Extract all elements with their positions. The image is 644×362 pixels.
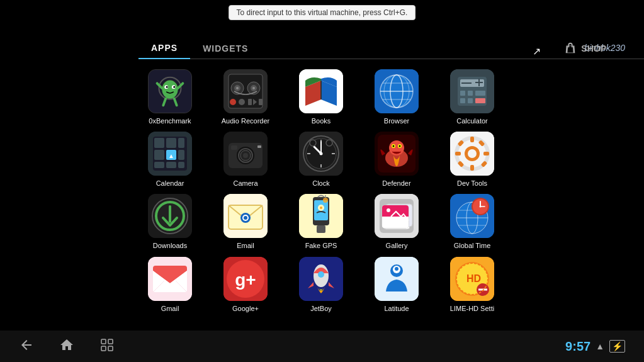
app-icon-calculator	[450, 69, 494, 113]
app-icon-0xbenchmark	[148, 69, 192, 113]
back-button[interactable]	[19, 337, 34, 356]
defender-svg	[375, 132, 419, 176]
app-label-fakegps: Fake GPS	[305, 242, 337, 250]
svg-rect-91	[470, 137, 474, 142]
app-item-gallery[interactable]: Gallery	[365, 194, 428, 250]
svg-point-141	[480, 206, 482, 208]
app-label-jetboy: JetBoy	[310, 305, 332, 313]
app-label-calculator: Calculator	[456, 117, 488, 125]
app-item-gmail[interactable]: Gmail	[138, 257, 201, 313]
email-svg	[223, 194, 268, 238]
svg-rect-93	[455, 152, 461, 156]
app-item-audio-recorder[interactable]: Audio Recorder	[214, 69, 277, 125]
books-svg	[299, 69, 343, 113]
svg-rect-94	[483, 152, 489, 156]
app-label-email: Email	[237, 242, 254, 250]
svg-point-78	[310, 140, 316, 146]
app-item-defender[interactable]: Defender	[365, 132, 428, 188]
app-item-email[interactable]: Email	[214, 194, 277, 250]
app-item-calendar[interactable]: ▲ Calendar	[138, 132, 201, 188]
svg-point-16	[236, 87, 239, 89]
svg-point-116	[320, 206, 322, 209]
svg-point-3	[162, 81, 178, 99]
calendar-svg: ▲	[148, 132, 192, 176]
svg-rect-162	[108, 339, 113, 344]
svg-point-20	[230, 99, 236, 105]
app-item-fakegps[interactable]: Fake GPS	[290, 194, 353, 250]
app-icon-browser	[375, 69, 419, 113]
svg-rect-42	[468, 91, 473, 96]
0xbenchmark-svg	[149, 70, 191, 113]
app-item-camera[interactable]: Camera	[214, 132, 277, 188]
svg-rect-163	[101, 346, 106, 351]
app-icon-books	[299, 69, 343, 113]
shop-label: SHOP	[581, 43, 606, 54]
svg-rect-55	[154, 162, 164, 168]
app-label-devtools: Dev Tools	[457, 179, 487, 188]
audio-recorder-svg	[223, 69, 268, 113]
svg-rect-45	[468, 98, 473, 103]
svg-rect-56	[166, 162, 176, 168]
app-label-gallery: Gallery	[386, 242, 408, 250]
svg-point-87	[399, 145, 401, 147]
app-grid: 0xBenchmark	[138, 63, 631, 319]
svg-rect-65	[231, 145, 237, 150]
svg-text:HD: HD	[466, 273, 481, 284]
app-item-latitude[interactable]: Latitude	[365, 257, 428, 313]
nav-left	[19, 337, 115, 356]
svg-rect-24	[259, 99, 263, 105]
nav-bar: 9:57 ▲ ⚡	[0, 331, 644, 362]
tooltip-text: To direct input to this virtual machine,…	[237, 8, 408, 17]
app-item-calculator[interactable]: Calculator	[441, 69, 504, 125]
svg-point-86	[393, 145, 395, 147]
app-label-gmail: Gmail	[161, 305, 179, 313]
home-button[interactable]	[59, 337, 74, 356]
app-icon-globaltime	[450, 194, 494, 238]
app-item-0xbenchmark[interactable]: 0xBenchmark	[138, 69, 201, 125]
app-item-clock[interactable]: Clock	[290, 132, 353, 188]
app-icon-jetboy	[299, 257, 343, 301]
app-icon-fakegps	[299, 194, 343, 238]
app-label-defender: Defender	[382, 179, 410, 188]
app-item-books[interactable]: Books	[290, 69, 353, 125]
googleplus-svg: g+	[223, 257, 268, 301]
battery-icon: ⚡	[609, 340, 625, 353]
app-icon-gallery	[375, 194, 419, 238]
svg-point-118	[323, 198, 328, 203]
svg-point-21	[239, 99, 245, 105]
app-label-clock: Clock	[312, 179, 330, 188]
app-icon-clock	[299, 132, 343, 176]
app-icon-devtools	[450, 132, 494, 176]
svg-point-64	[243, 153, 248, 158]
tab-widgets[interactable]: WIDGETS	[190, 38, 261, 59]
app-item-devtools[interactable]: Dev Tools	[441, 132, 504, 188]
app-item-jetboy[interactable]: JetBoy	[290, 257, 353, 313]
svg-rect-49	[154, 138, 164, 148]
svg-point-149	[318, 271, 324, 278]
app-item-limehd[interactable]: HD LIME-HD Setti	[441, 257, 504, 313]
calculator-svg	[450, 69, 494, 113]
app-item-globaltime[interactable]: Global Time	[441, 194, 504, 250]
tab-apps[interactable]: APPS	[138, 38, 190, 59]
svg-rect-128	[382, 217, 409, 228]
svg-rect-41	[460, 91, 465, 96]
svg-point-129	[387, 208, 390, 212]
app-label-calendar: Calendar	[156, 179, 184, 188]
limehd-svg: HD	[450, 257, 494, 301]
app-label-0xbenchmark: 0xBenchmark	[149, 117, 191, 125]
gmail-svg	[148, 257, 192, 301]
svg-rect-66	[257, 145, 261, 148]
recents-button[interactable]	[99, 337, 115, 356]
devtools-svg	[450, 132, 494, 176]
svg-rect-92	[470, 165, 474, 171]
app-item-browser[interactable]: Browser	[365, 69, 428, 125]
svg-point-19	[252, 87, 255, 89]
shop-button[interactable]: SHOP	[563, 42, 606, 55]
app-item-downloads[interactable]: Downloads	[138, 194, 201, 250]
svg-rect-38	[461, 82, 472, 84]
nav-right: 9:57 ▲ ⚡	[565, 339, 625, 354]
globaltime-svg	[450, 194, 494, 238]
svg-point-153	[395, 267, 398, 271]
app-item-googleplus[interactable]: g+ Google+	[214, 257, 277, 313]
app-label-googleplus: Google+	[232, 305, 259, 313]
